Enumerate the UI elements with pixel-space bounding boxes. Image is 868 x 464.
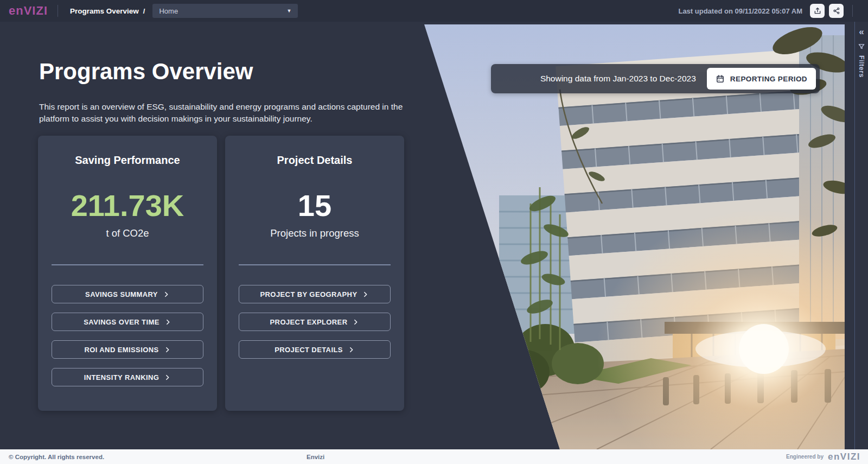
footer-envizi-text: Envizi <box>307 454 324 460</box>
chevron-right-icon <box>163 291 170 298</box>
card-button-list: SAVINGS SUMMARY SAVINGS OVER TIME ROI AN… <box>52 285 203 386</box>
button-label: SAVINGS OVER TIME <box>84 318 159 326</box>
export-button[interactable] <box>810 4 825 18</box>
page-description: This report is an overview of ESG, susta… <box>39 101 408 125</box>
collapse-double-chevron-icon[interactable]: « <box>859 27 864 36</box>
filter-funnel-icon <box>858 43 865 50</box>
chevron-right-icon <box>352 319 359 326</box>
topbar-divider <box>852 5 853 17</box>
roi-and-emissions-button[interactable]: ROI AND EMISSIONS <box>52 340 203 359</box>
envizi-footer-logo: enVIZI <box>828 452 860 462</box>
report-nav-dropdown-value: Home <box>159 7 178 15</box>
projects-metric-value: 15 <box>239 189 391 222</box>
breadcrumb: Programs Overview <box>70 7 139 15</box>
project-by-geography-button[interactable]: PROJECT BY GEOGRAPHY <box>239 285 391 303</box>
reporting-period-button[interactable]: REPORTING PERIOD <box>707 68 816 90</box>
savings-over-time-button[interactable]: SAVINGS OVER TIME <box>52 313 203 331</box>
button-label: PROJECT EXPLORER <box>270 318 348 326</box>
last-updated-text: Last updated on 09/11/2022 05:07 AM <box>678 7 802 15</box>
project-explorer-button[interactable]: PROJECT EXPLORER <box>239 313 391 331</box>
engineered-by-text: Engineered by <box>786 454 824 460</box>
project-details-card: Project Details 15 Projects in progress … <box>225 136 404 411</box>
hero-photo: Showing data from Jan-2023 to Dec-2023 R… <box>418 24 845 449</box>
button-label: PROJECT DETAILS <box>275 346 343 354</box>
project-details-button[interactable]: PROJECT DETAILS <box>239 340 391 359</box>
page-title: Programs Overview <box>39 59 253 85</box>
breadcrumb-separator: / <box>143 7 145 15</box>
envizi-logo: enVIZI <box>9 4 48 18</box>
topbar-actions: Last updated on 09/11/2022 05:07 AM <box>678 4 868 18</box>
chevron-right-icon <box>164 374 171 381</box>
summary-cards: Saving Performance 211.73K t of CO2e SAV… <box>38 136 404 411</box>
chevron-right-icon <box>348 346 355 353</box>
savings-metric-unit: t of CO2e <box>52 227 203 239</box>
chevron-right-icon <box>164 319 171 326</box>
footer: © Copyright. All rights reserved. Envizi… <box>0 449 868 464</box>
savings-summary-button[interactable]: SAVINGS SUMMARY <box>52 285 203 303</box>
copyright-text: © Copyright. All rights reserved. <box>9 454 104 460</box>
report-nav-dropdown[interactable]: Home ▼ <box>152 4 298 18</box>
reporting-period-bar: Showing data from Jan-2023 to Dec-2023 R… <box>491 64 820 93</box>
intensity-ranking-button[interactable]: INTENSITY RANKING <box>52 368 203 386</box>
chevron-right-icon <box>164 346 171 353</box>
button-label: SAVINGS SUMMARY <box>85 290 158 298</box>
topbar-divider <box>58 5 58 17</box>
card-title: Saving Performance <box>52 154 203 167</box>
filters-panel-tab[interactable]: « Filters <box>854 22 868 449</box>
report-canvas: Showing data from Jan-2023 to Dec-2023 R… <box>0 22 868 449</box>
saving-performance-card: Saving Performance 211.73K t of CO2e SAV… <box>38 136 217 411</box>
footer-engineered-by: Engineered by enVIZI <box>786 452 860 462</box>
export-icon <box>814 7 821 15</box>
card-divider <box>239 264 391 265</box>
card-button-list: PROJECT BY GEOGRAPHY PROJECT EXPLORER PR… <box>239 285 391 359</box>
button-label: PROJECT BY GEOGRAPHY <box>260 290 358 298</box>
card-divider <box>52 264 203 265</box>
button-label: ROI AND EMISSIONS <box>84 346 158 354</box>
card-title: Project Details <box>239 154 391 167</box>
button-label: INTENSITY RANKING <box>84 373 159 382</box>
chevron-right-icon <box>362 291 369 298</box>
calendar-icon <box>716 74 725 84</box>
top-bar: enVIZI Programs Overview / Home ▼ Last u… <box>0 0 868 22</box>
chevron-down-icon: ▼ <box>287 8 292 14</box>
projects-metric-unit: Projects in progress <box>239 227 391 239</box>
reporting-range-text: Showing data from Jan-2023 to Dec-2023 <box>540 74 696 84</box>
savings-metric-value: 211.73K <box>52 189 203 222</box>
share-icon <box>833 7 840 15</box>
share-button[interactable] <box>829 4 844 18</box>
filters-panel-label: Filters <box>858 55 865 78</box>
reporting-period-button-label: REPORTING PERIOD <box>730 75 807 83</box>
